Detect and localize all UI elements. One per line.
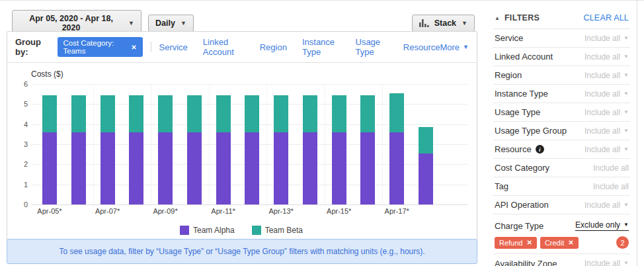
bar-segment-team-alpha-apr-10[interactable] <box>187 132 202 204</box>
filter-value-dropdown[interactable]: Include all▼ <box>584 108 629 117</box>
filters-title: FILTERS <box>504 13 540 22</box>
info-icon[interactable]: i <box>536 145 544 154</box>
filter-value: Include all <box>584 108 620 117</box>
bar-segment-team-beta-apr-13[interactable] <box>274 95 288 132</box>
group-by-link-linked-account[interactable]: Linked Account <box>203 37 245 57</box>
filter-value: Include all <box>593 182 629 191</box>
chart-style-value: Stack <box>434 19 456 28</box>
chip-remove-icon[interactable]: ✕ <box>568 239 573 246</box>
charge-type-chips: Refund✕Credit✕2 <box>495 236 629 249</box>
chip-remove-icon[interactable]: ✕ <box>526 239 532 246</box>
collapse-up-icon[interactable]: ▲ <box>495 15 500 21</box>
bar-segment-team-alpha-apr-18[interactable] <box>419 154 433 204</box>
filter-label: Instance Type <box>495 89 548 99</box>
gridline <box>93 84 94 204</box>
filter-value: Include all <box>584 126 620 136</box>
filter-value-dropdown[interactable]: Include all▼ <box>584 145 629 154</box>
chip-remove-icon[interactable]: ✕ <box>131 44 136 51</box>
group-by-link-usage-type[interactable]: Usage Type <box>356 37 388 57</box>
y-tick-label: 1 <box>24 181 28 189</box>
gridline <box>151 84 151 204</box>
bar-segment-team-alpha-apr-16[interactable] <box>360 132 375 204</box>
y-tick-label: 0 <box>24 200 28 208</box>
filter-value-dropdown[interactable]: Include all <box>593 163 629 173</box>
bar-segment-team-alpha-apr-08[interactable] <box>129 132 143 204</box>
x-tick-label: Apr-05* <box>37 207 61 215</box>
bar-segment-team-alpha-apr-17[interactable] <box>389 132 404 204</box>
gridline <box>32 204 467 205</box>
bar-segment-team-alpha-apr-09[interactable] <box>158 132 173 204</box>
bar-segment-team-beta-apr-12[interactable] <box>245 95 259 132</box>
filter-value: Include all <box>584 200 620 210</box>
chevron-down-icon: ▼ <box>128 21 134 26</box>
bar-segment-team-beta-apr-11[interactable] <box>216 95 231 132</box>
bar-segment-team-beta-apr-16[interactable] <box>360 95 375 132</box>
filter-value: Include all <box>584 34 620 43</box>
group-by-link-instance-type[interactable]: Instance Type <box>302 37 341 57</box>
bar-segment-team-alpha-apr-15[interactable] <box>332 132 346 204</box>
group-by-bar: Group by: Cost Category: Teams ✕ Service… <box>7 32 477 63</box>
filter-value: Include all <box>584 145 620 154</box>
bar-segment-team-alpha-apr-06[interactable] <box>71 132 86 204</box>
filter-value-dropdown[interactable]: Include all▼ <box>584 89 629 99</box>
gridline <box>209 84 210 204</box>
gridline <box>32 84 467 85</box>
bar-segment-team-beta-apr-09[interactable] <box>158 95 173 132</box>
gridline <box>325 84 325 204</box>
bar-segment-team-beta-apr-18[interactable] <box>419 127 433 154</box>
bar-segment-team-alpha-apr-12[interactable] <box>245 132 259 204</box>
bar-segment-team-beta-apr-06[interactable] <box>71 95 86 132</box>
clear-all-button[interactable]: CLEAR ALL <box>583 13 629 22</box>
legend-item-team-alpha: Team Alpha <box>180 226 235 235</box>
chevron-down-icon: ▼ <box>462 21 467 26</box>
chevron-down-icon: ▼ <box>624 73 629 78</box>
filter-value: Include all <box>584 71 620 80</box>
bar-segment-team-beta-apr-10[interactable] <box>187 95 202 132</box>
legend-item-team-beta: Team Beta <box>252 226 303 235</box>
chevron-down-icon: ▼ <box>624 222 629 228</box>
group-by-link-resource[interactable]: Resource <box>403 42 440 52</box>
availability-zone-dropdown[interactable]: Include all ▼ <box>584 259 629 266</box>
bar-segment-team-beta-apr-05[interactable] <box>42 95 57 132</box>
x-tick-label: Apr-13* <box>268 207 293 215</box>
x-axis: Apr-05*Apr-07*Apr-09*Apr-11*Apr-13*Apr-1… <box>32 207 467 219</box>
bar-segment-team-alpha-apr-13[interactable] <box>274 132 288 204</box>
bar-segment-team-alpha-apr-05[interactable] <box>42 132 57 204</box>
chart-style-dropdown[interactable]: Stack ▼ <box>412 15 475 32</box>
group-by-link-region[interactable]: Region <box>260 42 287 52</box>
filter-value-dropdown[interactable]: Include all <box>593 182 629 191</box>
more-dropdown[interactable]: More ▼ <box>440 42 469 52</box>
credit-chip[interactable]: Credit✕ <box>540 237 579 249</box>
refund-chip[interactable]: Refund✕ <box>495 237 537 249</box>
charge-type-label: Charge Type <box>495 221 543 231</box>
bar-segment-team-beta-apr-15[interactable] <box>332 95 346 132</box>
y-tick-label: 4 <box>24 120 28 128</box>
bar-segment-team-beta-apr-07[interactable] <box>101 95 115 132</box>
bar-segment-team-beta-apr-17[interactable] <box>389 93 404 132</box>
bar-segment-team-alpha-apr-07[interactable] <box>101 132 115 204</box>
bar-segment-team-beta-apr-08[interactable] <box>129 95 143 132</box>
granularity-value: Daily <box>155 19 175 28</box>
availability-zone-value: Include all <box>584 259 620 266</box>
filter-label: Tag <box>495 181 508 191</box>
chip-label: Cost Category: Teams <box>63 39 127 55</box>
filter-value-dropdown[interactable]: Include all▼ <box>584 126 629 136</box>
bar-segment-team-alpha-apr-14[interactable] <box>303 132 317 204</box>
filter-value: Include all <box>593 163 629 173</box>
filter-value-dropdown[interactable]: Include all▼ <box>584 200 629 210</box>
divider <box>151 42 151 52</box>
y-tick-label: 3 <box>24 140 28 148</box>
granularity-dropdown[interactable]: Daily ▼ <box>148 15 194 32</box>
chevron-down-icon: ▼ <box>624 36 629 41</box>
group-by-link-service[interactable]: Service <box>159 42 187 52</box>
x-tick-label: Apr-07* <box>95 207 120 215</box>
bar-segment-team-beta-apr-14[interactable] <box>303 95 317 132</box>
filter-value-dropdown[interactable]: Include all▼ <box>584 52 629 62</box>
cost-category-teams-chip[interactable]: Cost Category: Teams ✕ <box>58 37 143 57</box>
filter-value-dropdown[interactable]: Include all▼ <box>584 71 629 80</box>
filter-row-api-operation: API OperationInclude all▼ <box>493 196 630 214</box>
charge-type-dropdown[interactable]: Exclude only ▼ <box>575 220 629 231</box>
charge-type-value: Exclude only <box>575 220 620 230</box>
bar-segment-team-alpha-apr-11[interactable] <box>216 132 231 204</box>
filter-value-dropdown[interactable]: Include all▼ <box>584 34 629 43</box>
